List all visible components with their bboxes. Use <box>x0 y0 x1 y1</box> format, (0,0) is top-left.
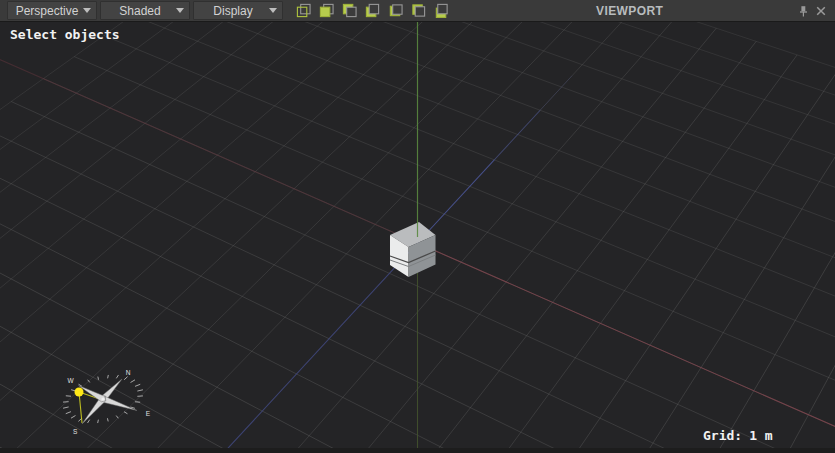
close-button[interactable] <box>813 3 828 19</box>
compass-label-S: S <box>73 428 78 435</box>
perspective-dropdown[interactable]: Perspective <box>7 1 97 20</box>
grid-value: 1 m <box>749 428 772 443</box>
viewport-panel: Perspective Shaded Display VIEWPORT <box>0 0 835 453</box>
dropdown-row: Perspective Shaded Display <box>7 1 283 20</box>
viewport-layout-5-button[interactable] <box>387 3 403 19</box>
grid-size-readout: Grid:1 m <box>703 428 773 443</box>
display-dropdown[interactable]: Display <box>193 1 283 20</box>
panel-title: VIEWPORT <box>596 4 663 18</box>
shading-dropdown[interactable]: Shaded <box>100 1 190 20</box>
viewport-layout-5-icon <box>388 3 403 18</box>
viewport-layout-6-button[interactable] <box>410 3 426 19</box>
compass-label-N: N <box>126 369 131 376</box>
close-icon <box>815 5 827 17</box>
compass-label-W: W <box>68 377 75 384</box>
compass-label-E: E <box>146 410 151 417</box>
viewport-layout-7-icon <box>434 3 449 18</box>
viewport-layout-4-button[interactable] <box>364 3 380 19</box>
grid-label: Grid: <box>703 428 742 443</box>
viewport-layout-2-button[interactable] <box>318 3 334 19</box>
viewport-layout-1-icon <box>296 3 311 18</box>
viewport-layout-2-icon <box>319 3 334 18</box>
panel-bottom-edge <box>0 448 835 453</box>
sun-indicator[interactable] <box>75 388 84 397</box>
chevron-down-icon <box>269 8 277 13</box>
viewport-canvas[interactable]: NESW <box>0 22 835 453</box>
pin-icon <box>797 4 810 19</box>
command-prompt: Select objects <box>10 27 120 42</box>
viewport-layout-7-button[interactable] <box>433 3 449 19</box>
viewport-layout-buttons <box>295 3 449 19</box>
pin-button[interactable] <box>796 3 811 19</box>
viewport-layout-4-icon <box>365 3 380 18</box>
viewport-toolbar: Perspective Shaded Display VIEWPORT <box>0 0 835 22</box>
viewport-layout-3-button[interactable] <box>341 3 357 19</box>
viewport-layout-3-icon <box>342 3 357 18</box>
viewport-layout-6-icon <box>411 3 426 18</box>
compass-gizmo[interactable]: NESW <box>63 369 151 435</box>
chevron-down-icon <box>83 8 91 13</box>
chevron-down-icon <box>176 8 184 13</box>
viewport-layout-1-button[interactable] <box>295 3 311 19</box>
